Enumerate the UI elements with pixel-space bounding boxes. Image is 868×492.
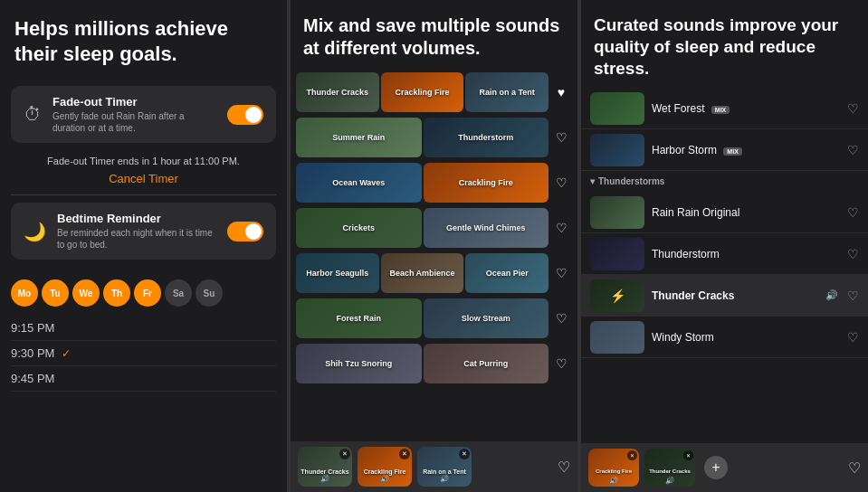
stream-label: Slow Stream [460,312,512,325]
wet-forest-badge: MIX [711,106,730,114]
time-930-label: 9:30 PM [11,346,54,360]
sound-harbor[interactable]: Harbor Seagulls [296,253,379,293]
sound-crackling-fire-2[interactable]: Crackling Fire [424,163,549,203]
sound-ocean-pier[interactable]: Ocean Pier [465,253,548,293]
mini-thunder-close[interactable]: ✕ [339,449,350,459]
mini-crackling-fire[interactable]: ✕ Crackling Fire 🔊 [358,447,412,487]
sound-summer-rain[interactable]: Summer Rain [296,118,422,157]
bottom-heart-2[interactable]: ♡ [558,459,570,476]
moon-icon: 🌙 [24,221,46,242]
p3-mini-thunder[interactable]: ✕ Thunder Cracks 🔊 [644,449,695,487]
day-th[interactable]: Th [103,279,130,307]
fade-timer-toggle[interactable] [227,105,263,125]
day-su[interactable]: Su [196,279,223,307]
row2-heart[interactable]: ♡ [550,118,572,157]
sound-ocean-waves[interactable]: Ocean Waves [296,163,422,203]
ocean-waves-label: Ocean Waves [330,176,386,189]
thunderstorms-label: Thunderstorms [598,176,664,186]
thumb-windy-storm [590,321,644,354]
hero-section-3: Curated sounds improve your quality of s… [581,0,868,88]
row6-heart[interactable]: ♡ [550,298,572,338]
p3-mini-crackling[interactable]: ✕ Crackling Fire 🔊 [588,449,639,487]
sound-thunder-cracks[interactable]: Thunder Cracks [296,72,379,112]
cancel-timer-button[interactable]: Cancel Timer [109,172,178,185]
panel-sleep-goals: Helps millions achieve their sleep goals… [0,0,287,492]
sound-gentle-wind[interactable]: Gentle Wind Chimes [424,208,549,248]
row7-heart[interactable]: ♡ [550,344,572,383]
day-sa[interactable]: Sa [165,279,192,307]
sound-crackling-fire-1[interactable]: Crackling Fire [381,72,464,112]
sound-forest[interactable]: Forest Rain [296,298,422,338]
mini-crackling-close[interactable]: ✕ [399,449,410,459]
ocean-pier-label: Ocean Pier [484,267,530,279]
list-windy-storm[interactable]: Windy Storm ♡ [581,317,868,358]
forest-label: Forest Rain [334,312,383,325]
sound-row-4: Crickets Gentle Wind Chimes ♡ [296,206,572,250]
mini-thunder-cracks[interactable]: ✕ Thunder Cracks 🔊 [298,447,352,487]
mini-rain-label: Rain on a Tent [423,468,466,475]
time-945[interactable]: 9:45 PM [11,366,276,392]
list-rain-original[interactable]: Rain Rain Original ♡ [581,192,868,233]
p3-thunder-close[interactable]: ✕ [683,450,693,460]
timer-icon: ⏱ [24,104,42,125]
hero-title-1: Helps millions achieve their sleep goals… [14,16,272,66]
harbor-storm-heart[interactable]: ♡ [847,143,859,157]
thunder-cracks-heart[interactable]: ♡ [847,289,859,303]
day-tu[interactable]: Tu [42,279,69,307]
hero-section-1: Helps millions achieve their sleep goals… [0,0,287,79]
time-930-check: ✓ [62,347,71,360]
bedtime-title: Bedtime Reminder [57,212,216,225]
sound-beach[interactable]: Beach Ambience [381,253,464,293]
rain-original-heart[interactable]: ♡ [847,205,859,220]
crackling-fire-2-label: Crackling Fire [457,176,515,189]
sound-purring[interactable]: Cat Purring [424,344,549,383]
p3-crackling-close[interactable]: ✕ [627,450,637,460]
day-fr[interactable]: Fr [134,279,161,307]
list-wet-forest[interactable]: Wet Forest MIX ♡ [581,88,868,129]
row1-heart[interactable]: ♥ [550,72,572,112]
fade-timer-row[interactable]: ⏱ Fade-out Timer Gently fade out Rain Ra… [11,86,276,143]
purring-label: Cat Purring [462,357,510,370]
sound-crickets[interactable]: Crickets [296,208,422,248]
thunderstorm-name: Thunderstorm [652,248,840,260]
thumb-thunder-cracks: ⚡ [590,279,644,312]
p3-bottom-heart[interactable]: ♡ [848,459,861,477]
thumb-thunderstorm [590,238,644,270]
snoring-label: Shih Tzu Snoring [323,357,394,370]
list-thunderstorm[interactable]: Thunderstorm ♡ [581,233,868,275]
windy-storm-name: Windy Storm [652,331,840,344]
p3-crackling-vol: 🔊 [609,477,618,485]
hero-title-2: Mix and save multiple sounds at differen… [303,14,565,60]
mini-rain-close[interactable]: ✕ [459,449,470,459]
add-sound-button[interactable]: + [704,456,728,479]
time-930[interactable]: 9:30 PM ✓ [11,341,276,366]
day-we[interactable]: We [72,279,100,307]
row3-heart[interactable]: ♡ [550,163,572,203]
bedtime-row[interactable]: 🌙 Bedtime Reminder Be reminded each nigh… [11,203,276,260]
thunder-cracks-volume: 🔊 [825,289,838,301]
windy-storm-heart[interactable]: ♡ [847,330,859,345]
sound-stream[interactable]: Slow Stream [424,298,549,338]
thunderstorm-label: Thunderstorm [456,131,515,144]
thumb-harbor-storm [590,134,644,166]
mini-rain-tent[interactable]: ✕ Rain on a Tent 🔊 [417,447,472,487]
p3-thunder-vol: 🔊 [665,477,674,485]
list-harbor-storm[interactable]: Harbor Storm MIX ♡ [581,129,868,171]
thumb-wet-forest [590,92,644,125]
day-mo[interactable]: Mo [11,279,38,307]
sound-snoring[interactable]: Shih Tzu Snoring [296,344,422,383]
harbor-storm-badge: MIX [723,147,741,156]
panel-curated-sounds: Curated sounds improve your quality of s… [581,0,868,492]
list-thunder-cracks[interactable]: ⚡ Thunder Cracks 🔊 ♡ [581,275,868,317]
bedtime-toggle[interactable] [227,222,263,241]
sound-rain-tent[interactable]: Rain on a Tent [465,72,548,112]
thunderstorm-heart[interactable]: ♡ [847,247,859,261]
harbor-label: Harbor Seagulls [304,267,370,279]
wet-forest-heart[interactable]: ♡ [847,101,859,116]
row5-heart[interactable]: ♡ [550,253,572,293]
sound-thunderstorm[interactable]: Thunderstorm [424,118,549,157]
chevron-down-icon: ▾ [590,176,595,186]
time-945-label: 9:45 PM [11,372,54,385]
time-915[interactable]: 9:15 PM [11,316,276,341]
row4-heart[interactable]: ♡ [550,208,572,248]
